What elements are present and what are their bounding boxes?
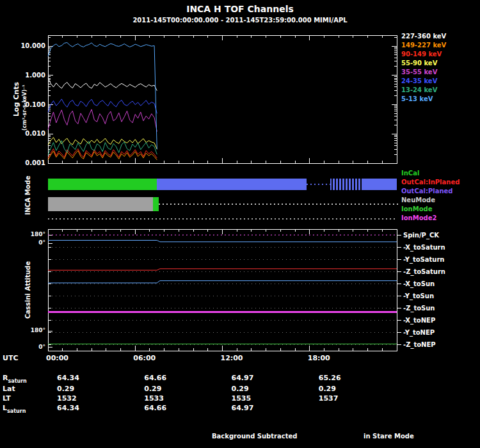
attitude-row-label: -Z_toSun — [403, 305, 435, 312]
ephemeris-value: 64.97 — [232, 374, 254, 382]
ephemeris-value: 0.29 — [232, 385, 249, 393]
attitude-axis-tick-label: 0° — [28, 239, 45, 246]
attitude-axis-tick-label: 180° — [28, 231, 45, 237]
series-line — [48, 78, 157, 91]
ephemeris-value: 64.66 — [144, 404, 166, 412]
ephemeris-row-label: Lat — [3, 385, 15, 393]
attitude-panel-axes — [48, 229, 401, 351]
attitude-row-label: -X_toSaturn — [403, 244, 445, 251]
ephemeris-value: 64.34 — [57, 404, 79, 412]
legend-energy-item: 13-24 keV — [401, 86, 437, 93]
legend-energy-item: 55-90 keV — [401, 60, 437, 67]
y-tick-label: 0.010 — [19, 130, 45, 137]
legend-mode-item: NeuMode — [401, 196, 435, 204]
ephemeris-value: 65.26 — [319, 374, 341, 382]
series-line — [48, 141, 157, 156]
utc-tick-label: 00:00 — [46, 354, 68, 362]
attitude-row-label: -Y_toNEP — [403, 329, 435, 336]
top-panel-axes — [48, 35, 397, 163]
mode-panel-bars — [48, 179, 398, 220]
ephemeris-value: 1533 — [144, 394, 164, 403]
legend-energy-item: 24-35 keV — [401, 77, 437, 84]
ephemeris-row-label: LT — [3, 394, 11, 403]
ephemeris-row-label: Lsaturn — [3, 404, 26, 412]
attitude-line — [48, 281, 397, 283]
top-panel-series — [48, 43, 157, 160]
attitude-line — [48, 241, 397, 242]
legend-energy-item: 35-55 keV — [401, 68, 437, 76]
ephemeris-value: 1537 — [319, 394, 339, 403]
series-line — [48, 109, 157, 132]
attitude-line — [48, 269, 397, 270]
legend-mode-item: OutCal:Planed — [401, 188, 452, 195]
ephemeris-value: 64.97 — [232, 404, 254, 412]
attitude-row-label: Spin/P_CK — [403, 232, 439, 239]
attitude-axis-tick-label: 0° — [28, 344, 45, 350]
attitude-panel-lines — [48, 235, 397, 344]
utc-tick-label: 18:00 — [308, 354, 330, 362]
attitude-row-label: -Z_toNEP — [403, 341, 436, 348]
ephemeris-value: 0.29 — [57, 385, 74, 393]
attitude-row-label: -Y_toSaturn — [403, 256, 444, 263]
legend-energy-item: 149-227 keV — [401, 42, 446, 49]
utc-tick-label: 06:00 — [133, 354, 156, 362]
legend-energy-item: 90-149 keV — [401, 51, 442, 58]
inca-tof-plot-page: INCA H TOF Channels 2011-145T00:00:00.00… — [0, 0, 480, 448]
footer-background-subtracted: Background Subtracted — [212, 433, 297, 440]
attitude-row-label: -Z_toSaturn — [403, 268, 445, 275]
legend-energy-item: 5-13 keV — [401, 95, 433, 102]
attitude-row-label: -X_toNEP — [403, 317, 435, 324]
legend-mode-item: InCal — [401, 170, 419, 177]
legend-mode-item: IonMode — [401, 205, 432, 212]
ephemeris-value: 64.34 — [57, 374, 79, 382]
y-tick-label: 0.100 — [19, 101, 45, 108]
utc-axis-label: UTC — [3, 354, 19, 362]
attitude-axis-tick-label: 180° — [28, 327, 45, 333]
utc-tick-label: 12:00 — [221, 354, 243, 362]
footer-stare-mode: in Stare Mode — [364, 433, 414, 440]
attitude-panel-ylabel: Cassini Attitude — [24, 261, 31, 319]
ephemeris-row-label: Rsaturn — [3, 374, 27, 382]
y-tick-label: 10.000 — [19, 42, 45, 49]
legend-energy-item: 227-360 keV — [401, 33, 446, 40]
attitude-row-label: -Y_toSun — [403, 292, 434, 300]
ephemeris-value: 1532 — [57, 394, 77, 403]
y-tick-label: 0.001 — [19, 159, 45, 166]
legend-mode-item: IonMode2 — [401, 214, 436, 221]
attitude-row-label: -X_toSun — [403, 280, 435, 287]
y-tick-label: 1.000 — [19, 72, 45, 79]
ephemeris-value: 1535 — [232, 394, 252, 403]
ephemeris-value: 0.29 — [144, 385, 161, 393]
page-subtitle: 2011-145T00:00:00.000 - 2011-145T23:59:0… — [0, 17, 480, 24]
ephemeris-value: 64.66 — [144, 374, 166, 382]
top-panel-ylabel: Log Cnts — [12, 82, 20, 116]
series-line — [48, 43, 157, 150]
page-title: INCA H TOF Channels — [0, 4, 480, 14]
mode-panel-ylabel: INCA Mode — [24, 176, 31, 215]
series-line — [48, 138, 157, 150]
ephemeris-value: 0.29 — [319, 385, 336, 393]
legend-mode-item: OutCal:InPlaned — [401, 179, 460, 186]
